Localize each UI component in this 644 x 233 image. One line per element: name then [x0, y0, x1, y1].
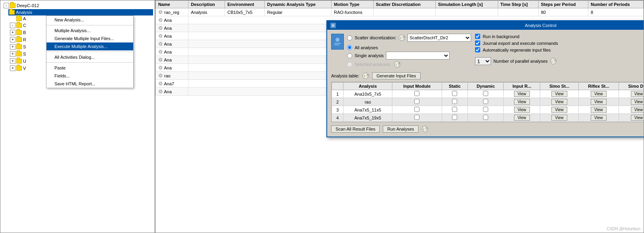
expand-icon-u[interactable]: +	[10, 58, 16, 64]
tree-root[interactable]: - DeepC-012	[2, 2, 153, 9]
scatter-help-icon[interactable]: ♀?	[399, 35, 405, 41]
cell-gear: ⚙ Ana	[156, 32, 188, 40]
row1-simo-st-btn[interactable]: View	[551, 91, 567, 97]
parallel-select[interactable]: 1	[475, 57, 491, 65]
expand-icon-s2[interactable]: +	[10, 51, 16, 57]
row3-input-module	[392, 106, 442, 114]
gear-icon: ⚙	[158, 65, 163, 71]
row1-simo-dy-btn[interactable]: View	[631, 91, 644, 97]
expand-icon-r[interactable]: +	[10, 37, 16, 42]
row3-static-checkbox[interactable]	[452, 107, 457, 112]
col-input-module: Input Module	[392, 83, 442, 90]
col-simo-dy: Simo Dy...	[619, 83, 644, 90]
context-menu-fields[interactable]: Fields...	[47, 72, 133, 80]
footer-help-icon[interactable]: ♀?	[422, 126, 428, 132]
tree-item-analysis[interactable]: Analysis	[8, 9, 153, 15]
row1-simo-dy: View	[619, 90, 644, 98]
single-analysis-dropdown[interactable]	[386, 52, 450, 60]
separator-1	[47, 25, 133, 25]
gear-icon: ⚙	[158, 89, 163, 94]
col-analysis: Analysis	[343, 83, 392, 90]
row4-input-r: View	[504, 114, 540, 122]
row2-simo-st-btn[interactable]: View	[551, 99, 567, 105]
row3-dynamic-checkbox[interactable]	[483, 107, 488, 112]
row1-riflex-st: View	[578, 90, 619, 98]
row4-simo-st: View	[540, 114, 579, 122]
content-area: - DeepC-012 Analysis New Analysis... Mul…	[0, 0, 644, 233]
row4-input-module-checkbox[interactable]	[414, 115, 419, 120]
row1-dynamic-checkbox[interactable]	[483, 91, 488, 96]
context-menu-paste[interactable]: Paste	[47, 64, 133, 72]
row2-static-checkbox[interactable]	[452, 99, 457, 104]
row2-dynamic-checkbox[interactable]	[483, 99, 488, 104]
context-menu-new-analysis[interactable]: New Analysis...	[47, 16, 133, 24]
expand-icon-b[interactable]: +	[10, 30, 16, 35]
row3-dynamic	[468, 106, 504, 114]
row3-riflex-st-btn[interactable]: View	[591, 107, 607, 113]
row4-riflex-st-btn[interactable]: View	[591, 115, 607, 121]
folder-icon-root	[10, 3, 16, 8]
scatter-radio[interactable]	[347, 35, 352, 40]
selected-analyses-row: Selected analyses ♀?	[347, 61, 471, 67]
folder-icon-s2	[16, 52, 22, 56]
row4-simo-st-btn[interactable]: View	[551, 115, 567, 121]
context-menu-multiple-analysis[interactable]: Multiple Analysis...	[47, 27, 133, 35]
row2-input-r-btn[interactable]: View	[514, 99, 530, 105]
col-sim-length: Simulation Length [s]	[436, 1, 498, 8]
auto-regen-checkbox[interactable]	[475, 47, 480, 52]
row3-simo-dy-btn[interactable]: View	[631, 107, 644, 113]
analysis-table-help-icon[interactable]: ♀?	[363, 73, 369, 79]
row2-input-module-checkbox[interactable]	[414, 99, 419, 104]
single-analysis-row: Single analysis	[347, 52, 471, 60]
row3-input-module-checkbox[interactable]	[414, 107, 419, 112]
row2-riflex-st-btn[interactable]: View	[591, 99, 607, 105]
parallel-help-icon[interactable]: ♀?	[550, 58, 557, 64]
row2-simo-dy-btn[interactable]: View	[631, 99, 644, 105]
row3-input-r: View	[504, 106, 540, 114]
row1-static-checkbox[interactable]	[452, 91, 457, 96]
right-panel: Name Description Environment Dynamic Ana…	[155, 0, 644, 233]
generate-input-files-button[interactable]: Generate Input Files	[372, 72, 421, 79]
row4-static-checkbox[interactable]	[452, 115, 457, 120]
dialog-title-text: Analysis Control	[525, 23, 556, 28]
run-analyses-button[interactable]: Run Analyses	[383, 125, 418, 133]
row1-input-r-btn[interactable]: View	[514, 91, 530, 97]
row1-input-module-checkbox[interactable]	[414, 91, 419, 96]
row4-dynamic-checkbox[interactable]	[483, 115, 488, 120]
row2-simo-st: View	[540, 98, 579, 106]
separator-3	[47, 62, 133, 63]
expand-icon-s1[interactable]: +	[10, 44, 16, 50]
journal-checkbox[interactable]	[475, 40, 480, 46]
context-menu-save-html[interactable]: Save HTML Report...	[47, 80, 133, 88]
selected-help-icon[interactable]: ♀?	[394, 61, 400, 67]
row4-input-r-btn[interactable]: View	[514, 115, 530, 121]
row1-riflex-st-btn[interactable]: View	[591, 91, 607, 97]
parallel-row: 1 Number of parallel analyses ♀?	[475, 57, 644, 65]
expand-icon-v[interactable]: +	[10, 65, 16, 71]
row1-dynamic	[468, 90, 504, 98]
cell-gear: ⚙ Ana7	[156, 80, 188, 88]
context-menu-execute-multiple[interactable]: Execute Multiple Analysis...	[47, 42, 133, 50]
dialog-title-bar: Analysis Control ×	[327, 21, 644, 30]
expand-icon-root[interactable]: -	[4, 3, 9, 8]
context-menu-all-activities[interactable]: All Activities Dialog...	[47, 53, 133, 61]
run-bg-checkbox[interactable]	[475, 34, 480, 39]
all-analyses-radio[interactable]	[347, 45, 352, 50]
svg-rect-2	[332, 25, 334, 25]
row4-simo-dy-btn[interactable]: View	[631, 115, 644, 121]
col-motion-type: Motion Type	[332, 1, 373, 8]
inner-table-container: Analysis Input Module Static Dynamic Inp…	[331, 82, 644, 122]
expand-icon-c[interactable]: -	[10, 23, 16, 28]
table-header-row: Name Description Environment Dynamic Ana…	[156, 1, 644, 8]
dialog-footer: Scan All Result Files Run Analyses ♀? Ca…	[331, 125, 644, 133]
row3-input-r-btn[interactable]: View	[514, 107, 530, 113]
dialog-controls-left: Scatter discretization: ♀? ScatterDiscHT…	[347, 34, 471, 69]
single-analysis-radio[interactable]	[347, 53, 352, 58]
cell-gear: ⚙ rao	[156, 72, 188, 80]
scatter-dropdown[interactable]: ScatterDiscHT_Dir2	[407, 34, 471, 42]
row3-simo-st-btn[interactable]: View	[551, 107, 567, 113]
scan-all-button[interactable]: Scan All Result Files	[331, 125, 380, 133]
context-menu-generate-multiple[interactable]: Generate Multiple Input Files...	[47, 35, 133, 42]
selected-analyses-radio[interactable]	[347, 62, 352, 67]
table-row: ⚙ rao_reg Analysis CB10x5_7x5 Regular RA…	[156, 8, 644, 16]
